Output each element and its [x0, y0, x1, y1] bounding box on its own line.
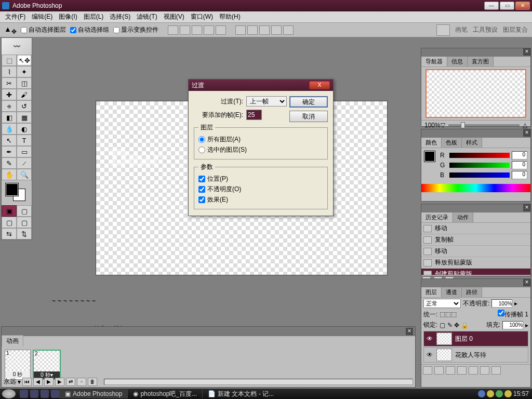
quicklaunch-icon[interactable] — [41, 390, 49, 398]
wand-tool[interactable]: ✦ — [17, 66, 32, 77]
channels-tab[interactable]: 通道 — [442, 287, 462, 297]
actions-tab[interactable]: 动作 — [453, 212, 473, 222]
selected-layers-radio[interactable]: 选中的图层(S) — [198, 145, 323, 154]
jump-icon[interactable]: ⇆ — [2, 228, 17, 240]
notes-tool[interactable]: ✎ — [2, 157, 17, 169]
zoom-in-icon[interactable]: △ — [523, 122, 527, 129]
tween-icon[interactable]: ⇄ — [66, 378, 75, 386]
panel-close-icon[interactable]: × — [523, 204, 530, 211]
green-slider[interactable] — [449, 163, 510, 168]
transition-select[interactable]: 上一帧 — [246, 96, 287, 107]
history-item[interactable]: 复制帧 — [421, 234, 530, 246]
navigator-tab[interactable]: 导航器 — [421, 57, 447, 66]
menu-layer[interactable]: 图层(L) — [81, 11, 107, 22]
layer-comps-tab[interactable]: 图层复合 — [503, 25, 528, 34]
start-button[interactable] — [2, 389, 16, 398]
type-tool[interactable]: T — [17, 135, 32, 146]
blend-mode-select[interactable]: 正常 — [423, 299, 461, 308]
screen-mode-icon[interactable]: ▢ — [2, 217, 17, 228]
fx-icon[interactable] — [434, 366, 444, 375]
distribute-icon[interactable] — [259, 25, 270, 35]
all-layers-radio[interactable]: 所有图层(A) — [198, 135, 323, 144]
auto-select-group-checkbox[interactable]: 自动选择组 — [70, 25, 109, 34]
adjustment-icon[interactable] — [457, 366, 467, 375]
history-item[interactable]: 移动 — [421, 223, 530, 234]
healing-tool[interactable]: ✚ — [2, 89, 17, 100]
tools-panel[interactable]: 〰️ ⬚ ↖✥ ⌇ ✦ ✂ ◫ ✚ 🖌 ⎆ ↺ ◧ ▦ 💧 ◐ ↖ T ✒ ▭ … — [1, 37, 32, 240]
cancel-button[interactable]: 取消 — [289, 111, 328, 122]
pen-tool[interactable]: ✒ — [2, 146, 17, 157]
frame-thumb[interactable]: 2 0 秒▾ — [33, 350, 61, 380]
mask-icon[interactable] — [446, 366, 455, 375]
zoom-slider[interactable] — [448, 124, 520, 126]
loop-select[interactable]: 永远 — [4, 377, 16, 386]
red-slider[interactable] — [449, 153, 510, 158]
blue-slider[interactable] — [449, 172, 510, 178]
play-icon[interactable]: ▶ — [44, 378, 54, 386]
effects-checkbox[interactable]: 效果(E) — [198, 195, 323, 204]
swatches-tab[interactable]: 色板 — [442, 138, 462, 148]
color-tab[interactable]: 颜色 — [421, 138, 442, 148]
fill-input[interactable] — [502, 321, 523, 329]
screen-mode-icon[interactable]: ▢ — [17, 217, 32, 228]
opacity-checkbox[interactable]: 不透明度(O) — [198, 185, 323, 194]
history-brush-tool[interactable]: ↺ — [17, 100, 32, 112]
color-swatch[interactable] — [424, 151, 435, 162]
first-frame-icon[interactable]: ⏮ — [22, 378, 32, 386]
menu-file[interactable]: 文件(F) — [2, 11, 29, 22]
panel-close-icon[interactable]: × — [523, 279, 530, 286]
trash-icon[interactable] — [491, 366, 501, 375]
prev-frame-icon[interactable]: ◀ — [33, 378, 43, 386]
menu-edit[interactable]: 编辑(E) — [29, 11, 56, 22]
menu-image[interactable]: 图像(I) — [56, 11, 80, 22]
styles-tab[interactable]: 样式 — [462, 138, 482, 148]
frames-to-add-input[interactable] — [246, 110, 262, 120]
zoom-tool[interactable]: 🔍 — [17, 169, 32, 180]
paths-tab[interactable]: 路径 — [462, 287, 482, 297]
align-icon[interactable] — [204, 25, 214, 35]
new-frame-icon[interactable]: ▫ — [77, 378, 86, 386]
layer-row[interactable]: 👁 花败人等待 — [423, 347, 528, 363]
distribute-icon[interactable] — [235, 25, 246, 35]
tray-icon[interactable] — [487, 390, 494, 397]
new-layer-icon[interactable] — [480, 366, 489, 375]
tool-presets-tab[interactable]: 工具预设 — [473, 25, 498, 34]
next-frame-icon[interactable]: ▶ — [55, 378, 64, 386]
tray-icon[interactable] — [478, 390, 485, 397]
trash-icon[interactable]: 🗑 — [88, 378, 97, 386]
navigator-preview[interactable] — [425, 69, 526, 118]
menu-help[interactable]: 帮助(H) — [216, 11, 244, 22]
lasso-tool[interactable]: ⌇ — [2, 66, 17, 77]
panel-close-icon[interactable]: × — [523, 48, 530, 56]
color-spectrum[interactable] — [421, 184, 530, 192]
close-button[interactable]: ✕ — [515, 2, 530, 10]
layer-row[interactable]: 👁 图层 0 — [423, 331, 528, 347]
shape-tool[interactable]: ▭ — [17, 146, 32, 157]
animation-panel[interactable]: × 动画 1 0 秒 2 0 秒▾ 永远▾ ⏮ ◀ ▶ ▶ ⇄ ▫ 🗑 — [1, 326, 416, 388]
history-item[interactable]: 创建剪贴蒙版 — [421, 269, 530, 275]
screen-mode-icon[interactable]: ▢ — [17, 205, 32, 217]
history-tab[interactable]: 历史记录 — [421, 212, 453, 222]
eyedropper-tool[interactable]: ⟋ — [17, 157, 32, 169]
tray-icon[interactable] — [504, 390, 512, 397]
quick-mask-icon[interactable]: ▣ — [2, 205, 17, 217]
blur-tool[interactable]: 💧 — [2, 123, 17, 135]
marquee-tool[interactable]: ⬚ — [2, 55, 17, 66]
distribute-icon[interactable] — [271, 25, 282, 35]
brush-tool[interactable]: 🖌 — [17, 89, 32, 100]
quicklaunch-icon[interactable] — [30, 390, 38, 398]
propagate-checkbox[interactable] — [498, 310, 504, 316]
frame-thumb[interactable]: 1 0 秒 — [5, 350, 31, 380]
stamp-tool[interactable]: ⎆ — [2, 100, 17, 112]
color-panel[interactable]: × 颜色 色板 样式 R0 G0 B0 — [421, 129, 531, 202]
quicklaunch-icon[interactable] — [51, 390, 59, 398]
animation-tab[interactable]: 动画 — [2, 335, 23, 347]
history-item[interactable]: 释放剪贴蒙版 — [421, 257, 530, 269]
align-icon[interactable] — [168, 25, 178, 35]
ok-button[interactable]: 确定 — [289, 96, 328, 108]
taskbar-item[interactable]: ▣Adobe Photoshop — [59, 389, 127, 398]
visibility-icon[interactable]: 👁 — [425, 335, 434, 342]
fg-color[interactable] — [6, 183, 18, 196]
align-icon[interactable] — [192, 25, 202, 35]
zoom-out-icon[interactable]: ▽ — [441, 122, 445, 129]
